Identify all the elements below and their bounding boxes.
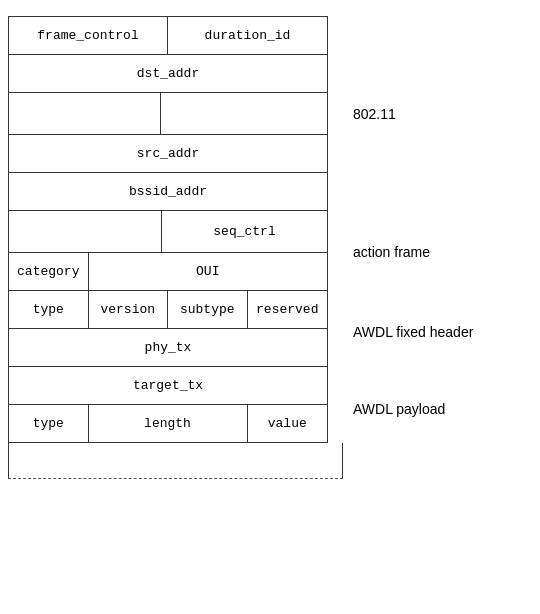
cell-seq-ctrl: seq_ctrl [161, 211, 327, 253]
label-80211-container: 802.11 [353, 16, 473, 212]
row-bssid-seq: seq_ctrl [9, 211, 327, 253]
payload-continuation [8, 443, 343, 479]
diagram-box: frame_control duration_id dst_addr [8, 16, 328, 443]
row-dst-addr-top: dst_addr [9, 55, 327, 93]
label-awdl-fixed-container: AWDL fixed header [353, 292, 473, 372]
cell-phy-tx: phy_tx [9, 329, 327, 366]
cell-target-tx: target_tx [9, 367, 327, 404]
cell-subtype: subtype [168, 291, 248, 328]
label-awdl-payload: AWDL payload [353, 401, 445, 417]
cell-version: version [89, 291, 169, 328]
row-type-version: type version subtype reserved [9, 291, 327, 329]
dst-addr-right-cell [161, 93, 327, 135]
cell-frame-control: frame_control [9, 17, 168, 54]
cell-bssid-addr: bssid_addr [9, 173, 327, 210]
cell-type-1: type [9, 291, 89, 328]
cell-duration-id: duration_id [168, 17, 327, 54]
row-target-tx: target_tx [9, 367, 327, 405]
row-frame-duration: frame_control duration_id [9, 17, 327, 55]
row-type-length-value: type length value [9, 405, 327, 443]
cell-dst-addr-top: dst_addr [9, 55, 327, 92]
row-phy-tx: phy_tx [9, 329, 327, 367]
cell-type-2: type [9, 405, 89, 442]
row-bssid-addr-top: bssid_addr [9, 173, 327, 211]
label-action-frame: action frame [353, 244, 430, 260]
dst-addr-left-cell [9, 93, 161, 135]
bssid-left-empty [9, 211, 161, 253]
label-action-frame-container: action frame [353, 212, 473, 292]
cell-reserved: reserved [248, 291, 328, 328]
side-labels-column: 802.11 action frame AWDL fixed header AW… [343, 16, 473, 446]
row-src-addr: src_addr [9, 135, 327, 173]
row-category-oui: category OUI [9, 253, 327, 291]
cell-value: value [248, 405, 328, 442]
label-awdl-payload-container: AWDL payload [353, 372, 473, 446]
label-awdl-fixed: AWDL fixed header [353, 324, 473, 340]
diagram-wrapper: frame_control duration_id dst_addr [0, 0, 540, 495]
label-80211: 802.11 [353, 106, 396, 122]
cell-length: length [89, 405, 248, 442]
row-dst-addr-bottom [9, 93, 327, 135]
cell-category: category [9, 253, 89, 290]
cell-oui: OUI [89, 253, 328, 290]
protocol-diagram: frame_control duration_id dst_addr [8, 16, 343, 479]
cell-src-addr: src_addr [9, 135, 327, 172]
